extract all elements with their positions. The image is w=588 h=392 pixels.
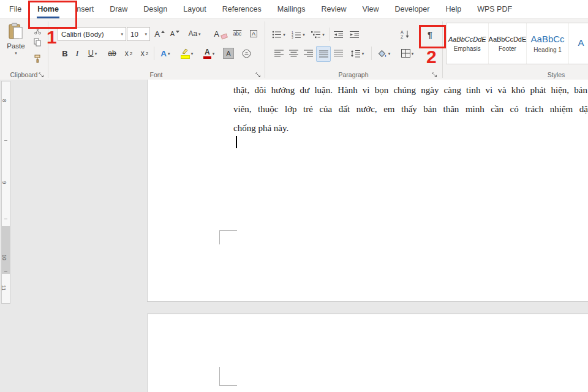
ribbon-tab-bar: File Home Insert Draw Design Layout Refe… [0,0,588,18]
styles-gallery: AaBbCcDdE Emphasis AaBbCcDdE Footer AaBb… [446,23,588,64]
svg-text:A: A [401,30,404,34]
style-emphasis[interactable]: AaBbCcDdE Emphasis [447,23,489,64]
tab-draw[interactable]: Draw [102,0,135,18]
italic-letter: I [76,48,79,58]
text-cursor [236,136,237,148]
margin-corner-mark [219,230,237,244]
shading-button[interactable]: ▾ [374,46,394,61]
numbering-button[interactable]: 1 2 3 ▾ [289,27,307,42]
chevron-down-icon: ▾ [388,51,391,56]
style-heading-1[interactable]: AaBbCc Heading 1 [527,23,569,64]
increase-indent-button[interactable] [347,27,362,42]
text-effects-letter: A [160,49,167,58]
subscript-button[interactable]: x2 [121,46,136,61]
style-partial[interactable]: A [569,23,588,64]
button-divider [329,28,330,41]
annotation-box-pilcrow [419,25,446,48]
copy-icon [34,38,41,47]
chevron-down-icon: ▾ [15,51,17,55]
bullets-button[interactable]: ▾ [270,27,288,42]
font-size-combo[interactable]: 10 ▾ [127,27,150,41]
clear-formatting-button[interactable]: A [213,27,228,40]
increase-indent-icon [350,31,360,39]
superscript-mark: 2 [146,51,148,56]
italic-button[interactable]: I [72,46,83,61]
multilevel-list-button[interactable]: ▾ [309,27,327,42]
ruler-number: 8 [1,99,7,102]
style-name: Emphasis [454,45,481,52]
align-left-button[interactable] [272,46,285,61]
group-divider [265,21,265,78]
paste-button[interactable]: Paste ▾ [4,23,28,69]
font-dialog-launcher[interactable] [255,72,261,78]
strikethrough-button[interactable]: ab [104,46,120,61]
justify-button[interactable] [316,46,331,62]
highlight-color-button[interactable]: ▾ [176,46,197,61]
phonetic-guide-letters: abc [233,31,242,37]
align-right-button[interactable] [301,46,315,61]
tab-mailings[interactable]: Mailings [270,0,314,18]
enclose-characters-button[interactable]: A [246,27,261,40]
tab-references[interactable]: References [214,0,270,18]
style-footer[interactable]: AaBbCcDdE Footer [489,23,527,64]
font-name-combo[interactable]: Calibri (Body) ▾ [58,27,126,41]
svg-text:Z: Z [401,35,404,39]
change-case-letters: Aa [188,29,197,38]
format-painter-button[interactable] [31,53,44,64]
chevron-down-icon: ▾ [303,32,305,37]
tab-review[interactable]: Review [314,0,355,18]
underline-letter: U [88,49,94,58]
page-2[interactable] [147,314,588,392]
borders-button[interactable]: ▾ [397,46,418,61]
numbered-list-icon: 1 2 3 [292,31,301,39]
chevron-down-icon: ▾ [191,51,194,56]
clipboard-dialog-launcher[interactable] [39,72,44,78]
ruler-number: 11 [1,285,7,291]
sort-az-icon: A Z [401,30,410,39]
ruler-margin-zone [2,226,10,274]
character-shading-button[interactable]: A [221,46,236,61]
annotation-box-home-tab [28,1,77,29]
tab-view[interactable]: View [355,0,387,18]
chevron-down-icon: ▾ [95,51,97,56]
chevron-down-icon: ▾ [283,32,285,37]
text-line: thật, đôi hướng dư luận. Hành vi bọn chú… [233,81,588,100]
vertical-ruler[interactable]: 8 9 10 11 [1,81,10,304]
tab-help[interactable]: Help [437,0,469,18]
align-center-button[interactable] [287,46,300,61]
paragraph-dialog-launcher[interactable] [432,72,437,78]
line-spacing-icon [350,50,361,58]
grow-font-button[interactable]: A [153,27,167,40]
underline-button[interactable]: U ▾ [83,46,102,61]
phonetic-guide-button[interactable]: abc [230,27,245,40]
text-effects-button[interactable]: A ▾ [156,46,175,61]
bulleted-list-icon [272,31,282,39]
copy-button[interactable] [31,37,44,48]
decrease-indent-button[interactable] [331,27,346,42]
paintbrush-icon [34,55,41,63]
button-divider [154,47,154,60]
tab-file[interactable]: File [1,0,29,18]
shrink-font-button[interactable]: A [168,27,182,40]
annotation-number-1: 1 [47,28,57,47]
style-sample: AaBbCc [531,34,565,44]
margin-corner-mark [219,367,237,386]
tab-design[interactable]: Design [135,0,175,18]
tab-layout[interactable]: Layout [175,0,214,18]
superscript-button[interactable]: x2 [137,46,152,61]
align-right-icon [304,50,313,57]
tab-developer[interactable]: Developer [386,0,437,18]
page-1[interactable]: thật, đôi hướng dư luận. Hành vi bọn chú… [147,80,588,302]
bold-button[interactable]: B [59,46,71,61]
font-color-button[interactable]: A ▾ [198,46,219,61]
tab-wps-pdf[interactable]: WPS PDF [469,0,520,18]
enclose-character-circle-button[interactable] [238,46,255,61]
change-case-button[interactable]: Aa ▾ [184,27,205,40]
style-sample: AaBbCcDdE [448,36,486,43]
font-name-value: Calibri (Body) [58,31,121,38]
superscript-base: x [141,49,145,58]
distribute-text-button[interactable] [331,46,345,61]
subscript-base: x [125,49,129,58]
sort-button[interactable]: A Z [396,27,414,42]
line-spacing-button[interactable]: ▾ [347,46,368,61]
